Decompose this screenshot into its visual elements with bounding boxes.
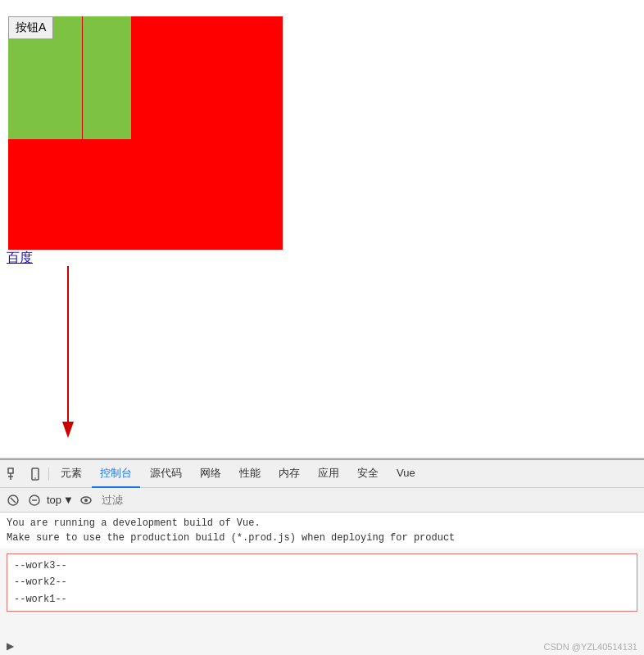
svg-point-12: [84, 499, 88, 502]
tab-performance[interactable]: 性能: [231, 460, 269, 488]
devtools-tabs-bar: 元素 控制台 源代码 网络 性能 内存 应用 安全 Vue: [0, 460, 644, 488]
red-box-top: [131, 16, 283, 250]
tab-security[interactable]: 安全: [349, 460, 387, 488]
context-selector[interactable]: top ▼: [47, 494, 74, 506]
tab-memory[interactable]: 内存: [270, 460, 308, 488]
console-output: You are running a development build of V…: [0, 513, 644, 549]
console-box-line-3: --work1--: [14, 591, 630, 608]
console-line-2: Make sure to use the production build (*…: [7, 531, 637, 545]
button-a[interactable]: 按钮A: [8, 16, 53, 39]
console-line-1: You are running a development build of V…: [7, 516, 637, 531]
inspector-icon[interactable]: [4, 464, 24, 484]
red-vertical-line: [82, 16, 83, 139]
console-box: --work3-- --work2-- --work1--: [7, 553, 637, 612]
svg-rect-2: [8, 468, 13, 473]
tab-application[interactable]: 应用: [310, 460, 347, 488]
bottom-expand-arrow[interactable]: ▶: [7, 640, 14, 652]
baidu-link[interactable]: 百度: [7, 250, 33, 267]
tab-sources[interactable]: 源代码: [142, 460, 190, 488]
filter-input[interactable]: [98, 492, 243, 508]
tab-vue[interactable]: Vue: [388, 460, 424, 488]
svg-point-6: [34, 477, 36, 479]
console-box-line-1: --work3--: [14, 558, 630, 574]
stop-icon[interactable]: [4, 491, 22, 509]
console-box-line-2: --work2--: [14, 574, 630, 590]
tab-network[interactable]: 网络: [192, 460, 229, 488]
svg-line-8: [11, 498, 16, 503]
tab-console[interactable]: 控制台: [92, 460, 140, 488]
context-label: top: [47, 494, 61, 506]
devtools-toolbar: top ▼: [0, 488, 644, 513]
eye-icon[interactable]: [77, 491, 95, 509]
main-content: 按钮A 百度: [0, 0, 644, 458]
tab-elements[interactable]: 元素: [52, 460, 90, 488]
mobile-icon[interactable]: [25, 464, 45, 484]
clear-icon[interactable]: [25, 491, 43, 509]
csdn-watermark: CSDN @YZL40514131: [543, 642, 637, 652]
arrow-down-svg: [56, 266, 80, 446]
devtools-panel: 元素 控制台 源代码 网络 性能 内存 应用 安全 Vue top ▼: [0, 458, 644, 655]
svg-marker-1: [62, 422, 74, 438]
context-arrow-icon: ▼: [63, 494, 74, 506]
